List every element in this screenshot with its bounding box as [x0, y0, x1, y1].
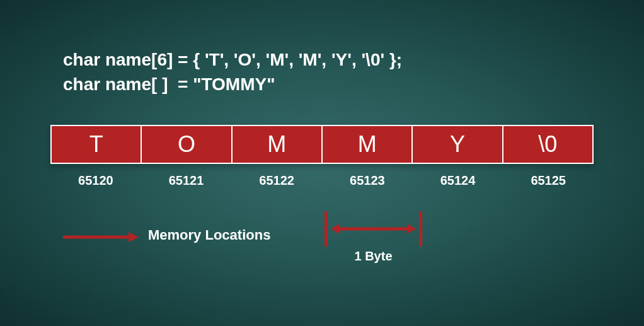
one-byte-label: 1 Byte [325, 249, 422, 264]
memory-address: 65125 [503, 173, 594, 188]
memory-cell: M [321, 125, 411, 163]
memory-cell: Y [411, 125, 502, 163]
svg-marker-1 [129, 232, 139, 242]
memory-address: 65122 [231, 173, 322, 188]
code-declarations: char name[6] = { 'T', 'O', 'M', 'M', 'Y'… [63, 47, 402, 96]
memory-cell: \0 [502, 125, 594, 163]
memory-addresses: 65120 65121 65122 65123 65124 65125 [50, 173, 594, 188]
code-line-1: char name[6] = { 'T', 'O', 'M', 'M', 'Y'… [63, 50, 402, 69]
bracket-bar-icon [325, 211, 328, 247]
memory-cell: M [231, 125, 321, 163]
svg-marker-4 [407, 224, 416, 234]
double-arrow-icon [331, 223, 416, 235]
memory-cell: T [50, 125, 141, 163]
code-line-2: char name[ ] = "TOMMY" [63, 74, 275, 94]
memory-cell: O [141, 125, 231, 163]
bracket-bar-icon [419, 211, 422, 247]
memory-array: T O M M Y \0 [50, 125, 594, 164]
memory-address: 65124 [413, 173, 503, 188]
one-byte-indicator: 1 Byte [325, 211, 422, 262]
svg-marker-3 [331, 224, 340, 234]
arrow-right-icon [63, 232, 139, 242]
memory-address: 65120 [50, 173, 141, 188]
memory-locations-label: Memory Locations [148, 227, 270, 243]
memory-address: 65121 [141, 173, 232, 188]
memory-address: 65123 [322, 173, 413, 188]
